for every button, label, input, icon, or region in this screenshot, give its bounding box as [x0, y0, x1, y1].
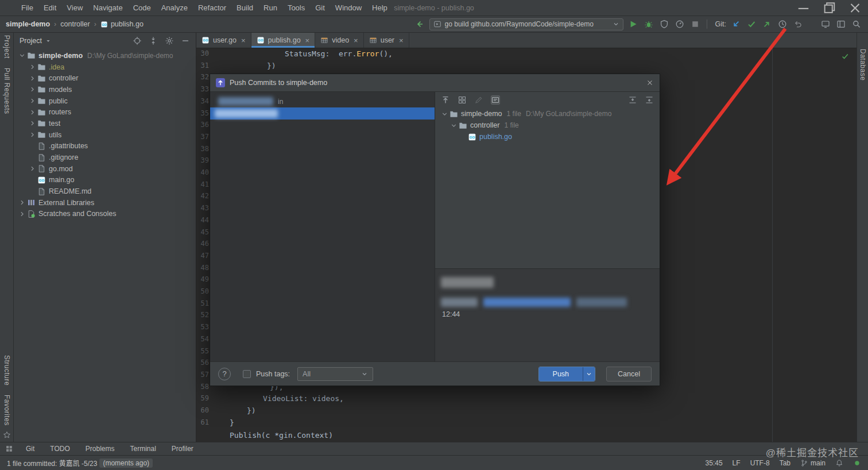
- toolwindow-button-structure[interactable]: Structure: [3, 355, 11, 386]
- run-button[interactable]: [627, 18, 639, 30]
- git-branch-widget[interactable]: main: [800, 459, 826, 467]
- git-push-button[interactable]: [761, 18, 773, 30]
- rollback-button[interactable]: [792, 18, 804, 30]
- show-pushed-commits-icon[interactable]: [441, 95, 450, 105]
- git-history-button[interactable]: [777, 18, 788, 30]
- project-item-main-go[interactable]: GOmain.go: [14, 175, 196, 186]
- breadcrumb-simple-demo[interactable]: simple-demo: [6, 20, 50, 28]
- menu-tools[interactable]: Tools: [282, 0, 310, 16]
- group-by-icon[interactable]: [458, 95, 467, 105]
- breadcrumb-publish-go[interactable]: GOpublish.go: [100, 20, 144, 28]
- search-everywhere-icon[interactable]: [851, 18, 862, 30]
- toolwindow-profiler[interactable]: Profiler: [172, 445, 193, 453]
- tab-publish-go[interactable]: GOpublish.go×: [251, 33, 316, 48]
- cancel-button[interactable]: Cancel: [606, 367, 652, 382]
- breadcrumb-controller[interactable]: controller: [60, 20, 90, 28]
- commit-list-item[interactable]: in: [210, 95, 435, 107]
- project-item-external-libraries[interactable]: External Libraries: [14, 197, 196, 209]
- select-opened-file-icon[interactable]: [133, 36, 142, 45]
- inspections-indicator-icon[interactable]: [853, 459, 861, 467]
- menu-window[interactable]: Window: [330, 0, 367, 16]
- push-tags-checkbox[interactable]: [243, 370, 251, 378]
- project-item-scratches-and-consoles[interactable]: Scratches and Consoles: [14, 209, 196, 220]
- settings-icon[interactable]: [165, 36, 174, 45]
- close-tab-icon[interactable]: ×: [241, 36, 246, 45]
- tab-user-go[interactable]: GOuser.go×: [196, 33, 251, 48]
- project-item-simple-demo[interactable]: simple-demoD:\My GoLand\simple-demo: [14, 50, 196, 61]
- maximize-button[interactable]: [816, 0, 842, 16]
- hide-panel-icon[interactable]: [181, 36, 190, 45]
- menu-build[interactable]: Build: [231, 0, 258, 16]
- toolwindow-button-database[interactable]: Database: [859, 49, 867, 80]
- project-item-go-mod[interactable]: go.mod: [14, 163, 196, 175]
- screen-share-icon[interactable]: [820, 18, 831, 30]
- project-panel-title[interactable]: Project: [20, 37, 42, 45]
- toolwindow-button-favorites[interactable]: Favorites: [3, 395, 11, 426]
- chevron-down-icon[interactable]: [45, 37, 52, 44]
- stop-button[interactable]: [689, 18, 701, 30]
- notifications-icon[interactable]: [835, 459, 843, 467]
- dialog-title-bar[interactable]: Push Commits to simple-demo: [210, 74, 660, 91]
- menu-refactor[interactable]: Refactor: [193, 0, 231, 16]
- menu-navigate[interactable]: Navigate: [88, 0, 127, 16]
- project-item-gitattributes[interactable]: .gitattributes: [14, 141, 196, 152]
- close-tab-icon[interactable]: ×: [354, 36, 358, 45]
- minimize-button[interactable]: [790, 0, 816, 16]
- menu-edit[interactable]: Edit: [38, 0, 61, 16]
- tags-select[interactable]: All: [297, 367, 373, 381]
- toolwindow-todo[interactable]: TODO: [50, 445, 69, 453]
- tab-video[interactable]: video×: [315, 33, 363, 48]
- push-options-button[interactable]: [583, 367, 595, 381]
- git-update-button[interactable]: [730, 18, 742, 30]
- edit-icon[interactable]: [474, 95, 483, 105]
- expand-all-icon[interactable]: [628, 95, 637, 105]
- back-arrow-icon[interactable]: [414, 18, 425, 30]
- close-tab-icon[interactable]: ×: [399, 36, 404, 45]
- project-item-routers[interactable]: routers: [14, 106, 196, 118]
- toolwindow-terminal[interactable]: Terminal: [130, 445, 156, 453]
- project-item-utils[interactable]: utils: [14, 129, 196, 141]
- toolwindow-button-pull-requests[interactable]: Pull Requests: [3, 68, 11, 114]
- push-file-publish-go[interactable]: GOpublish.go: [435, 131, 660, 142]
- layout-icon[interactable]: [835, 18, 847, 30]
- project-item-gitignore[interactable]: .gitignore: [14, 152, 196, 163]
- push-file-controller[interactable]: controller1 file: [435, 120, 660, 131]
- dialog-close-icon[interactable]: [646, 79, 654, 87]
- project-item-public[interactable]: public: [14, 95, 196, 107]
- help-button[interactable]: ?: [218, 368, 231, 380]
- menu-file[interactable]: File: [16, 0, 38, 16]
- push-file-simple-demo[interactable]: simple-demo1 fileD:\My GoLand\simple-dem…: [435, 108, 660, 120]
- project-item-idea[interactable]: .idea: [14, 61, 196, 73]
- menu-run[interactable]: Run: [258, 0, 282, 16]
- push-button[interactable]: Push: [539, 367, 583, 381]
- menu-help[interactable]: Help: [367, 0, 393, 16]
- commit-list[interactable]: in: [210, 92, 435, 361]
- profiler-button[interactable]: [674, 18, 685, 30]
- indent-style[interactable]: Tab: [780, 459, 790, 467]
- toolwindow-button-project[interactable]: Project: [3, 35, 11, 59]
- project-item-test[interactable]: test: [14, 118, 196, 129]
- git-commit-button[interactable]: [746, 18, 757, 30]
- project-item-controller[interactable]: controller: [14, 72, 196, 84]
- project-item-readme-md[interactable]: README.md: [14, 186, 196, 197]
- coverage-button[interactable]: [658, 18, 670, 30]
- preview-diff-icon[interactable]: [491, 95, 500, 105]
- menu-analyze[interactable]: Analyze: [156, 0, 193, 16]
- close-tab-icon[interactable]: ×: [305, 36, 310, 45]
- line-separator[interactable]: LF: [733, 459, 741, 467]
- project-item-models[interactable]: models: [14, 84, 196, 95]
- collapse-all-icon[interactable]: [645, 95, 654, 105]
- caret-position[interactable]: 35:45: [706, 459, 723, 467]
- file-encoding[interactable]: UTF-8: [750, 459, 770, 467]
- collapse-all-icon[interactable]: [149, 36, 158, 45]
- menu-code[interactable]: Code: [128, 0, 156, 16]
- menu-git[interactable]: Git: [310, 0, 330, 16]
- run-config-select[interactable]: go build github.com/RaymondCode/simple-d…: [429, 18, 623, 30]
- favorites-star-icon[interactable]: [3, 431, 11, 439]
- tab-user[interactable]: user×: [364, 33, 409, 48]
- toolwindow-problems[interactable]: Problems: [86, 445, 115, 453]
- debug-button[interactable]: [643, 18, 654, 30]
- close-button[interactable]: [842, 0, 868, 16]
- toolwindow-switcher-icon[interactable]: [5, 445, 13, 453]
- menu-view[interactable]: View: [61, 0, 88, 16]
